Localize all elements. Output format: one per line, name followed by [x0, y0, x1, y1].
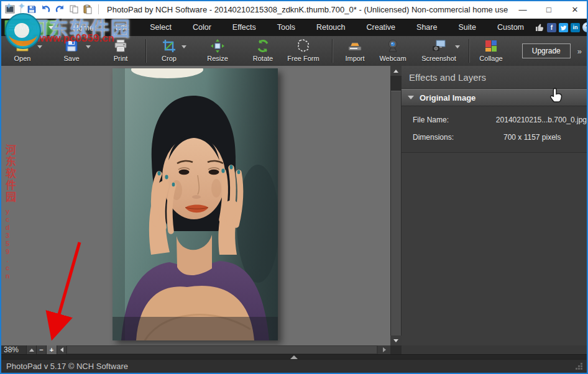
photo-image[interactable] [113, 68, 278, 340]
free-form-icon [296, 39, 311, 53]
canvas-area[interactable] [1, 66, 390, 345]
triangle-up-icon [29, 349, 34, 352]
maximize-button[interactable]: □ [536, 0, 562, 19]
tab-custom[interactable]: Custom [487, 19, 535, 36]
zoom-preset-button[interactable] [26, 345, 36, 354]
toolbar-overflow-button[interactable]: » [571, 47, 587, 56]
webcam-icon [385, 39, 400, 53]
resize-button[interactable]: Resize [188, 36, 247, 66]
file-name-label: File Name: [413, 116, 496, 124]
webcam-button[interactable]: Webcam [373, 36, 413, 66]
rotate-label: Rotate [253, 55, 273, 62]
tab-color[interactable]: Color [182, 19, 222, 36]
horizontal-scrollbar-thumb[interactable] [67, 346, 377, 353]
close-button[interactable]: ✕ [562, 0, 588, 19]
import-button[interactable]: Import [337, 36, 373, 66]
tab-select[interactable]: Select [139, 19, 182, 36]
dimensions-value: 700 x 1157 pixels [503, 133, 561, 142]
dimensions-row: Dimensions: 700 x 1157 pixels [402, 129, 587, 146]
import-icon [347, 39, 362, 53]
panel-bottom-strip [402, 345, 587, 354]
collapse-triangle-icon[interactable] [408, 96, 414, 99]
photopad-window: PhotoPad by NCH Software - 2014021021530… [0, 0, 588, 374]
window-controls: — □ ✕ [510, 0, 588, 19]
vertical-scrollbar-thumb[interactable] [391, 91, 401, 336]
facebook-icon[interactable]: f [547, 23, 556, 32]
zoom-level[interactable]: 38% [4, 345, 19, 354]
file-name-value: 20140210215...b.700_0.jpg [496, 116, 587, 124]
zoom-out-button[interactable]: − [36, 345, 46, 354]
scroll-up-button[interactable] [390, 66, 402, 76]
chevron-down-icon[interactable] [86, 45, 91, 48]
upgrade-button[interactable]: Upgrade [522, 43, 571, 58]
print-label: Print [114, 55, 128, 62]
file-name-row: File Name: 20140210215...b.700_0.jpg [402, 111, 587, 129]
twitter-icon[interactable] [559, 23, 568, 32]
collage-icon [484, 39, 498, 53]
watermark-stars: ✦✦ [5, 1, 30, 12]
triangle-up-icon [393, 70, 398, 73]
scroll-right-button[interactable] [378, 345, 390, 354]
collage-button[interactable]: Collage [474, 36, 508, 66]
scrollbar-corner [390, 345, 402, 354]
social-icons: f in ? [535, 22, 588, 32]
free-form-label: Free Form [287, 55, 319, 62]
toolbar-separator [332, 39, 333, 63]
chevron-down-icon[interactable] [181, 45, 186, 48]
scroll-down-button[interactable] [390, 335, 402, 345]
triangle-down-icon [393, 339, 398, 342]
tab-effects[interactable]: Effects [222, 19, 267, 36]
rotate-button[interactable]: Rotate [247, 36, 278, 66]
import-label: Import [345, 55, 364, 62]
tab-creative[interactable]: Creative [356, 19, 407, 36]
watermark-site-url: www.pc0359.cn [36, 32, 114, 45]
effects-layers-panel: Effects and Layers Original Image File N… [402, 66, 587, 345]
toolbar-separator [469, 39, 470, 63]
open-label: Open [14, 55, 31, 62]
toolbar-separator [145, 39, 147, 63]
status-bar: PhotoPad v 5.17 © NCH Software [1, 359, 587, 373]
help-icon[interactable]: ? [582, 22, 588, 32]
tab-retouch[interactable]: Retouch [306, 19, 356, 36]
screenshot-icon [431, 39, 446, 53]
watermark-vertical-url: ycd359.cn [4, 208, 11, 280]
rotate-icon [255, 39, 270, 53]
collage-label: Collage [479, 55, 502, 62]
linkedin-icon[interactable]: in [571, 23, 580, 32]
webcam-label: Webcam [379, 55, 406, 62]
save-label: Save [63, 55, 79, 62]
tab-share[interactable]: Share [406, 19, 448, 36]
screenshot-label: Screenshot [421, 55, 456, 62]
tab-tools[interactable]: Tools [267, 19, 306, 36]
triangle-left-icon [60, 347, 63, 352]
zoom-scroll-bar: 38% − + [1, 345, 390, 354]
original-image-section-header[interactable]: Original Image [402, 89, 587, 106]
status-text: PhotoPad v 5.17 © NCH Software [6, 362, 128, 371]
vertical-scrollbar[interactable] [390, 66, 402, 345]
hand-cursor-icon [548, 87, 564, 106]
zoom-in-button[interactable]: + [46, 345, 57, 354]
image-info: File Name: 20140210215...b.700_0.jpg Dim… [402, 106, 587, 152]
screenshot-button[interactable]: Screenshot [413, 36, 465, 66]
panel-empty-area [402, 152, 587, 339]
tab-suite[interactable]: Suite [448, 19, 487, 36]
chevron-down-icon[interactable] [455, 45, 460, 48]
thumbs-up-icon[interactable] [535, 22, 544, 32]
panel-title: Effects and Layers [402, 66, 587, 89]
watermark-logo [4, 12, 42, 50]
crop-button[interactable]: Crop [150, 36, 188, 66]
dimensions-label: Dimensions: [413, 133, 503, 142]
horizontal-scrollbar[interactable] [66, 345, 390, 354]
crop-label: Crop [162, 55, 177, 62]
resize-label: Resize [207, 55, 228, 62]
section-title: Original Image [420, 93, 475, 103]
free-form-button[interactable]: Free Form [278, 36, 328, 66]
resize-icon [210, 39, 225, 53]
crop-icon [162, 39, 177, 53]
minimize-button[interactable]: — [510, 0, 536, 19]
watermark-vertical-text: 河东软件园 [2, 144, 17, 203]
ribbon-tabs: Home Edit Select Color Effects Tools Ret… [62, 19, 535, 36]
window-title: PhotoPad by NCH Software - 2014021021530… [107, 5, 510, 14]
scroll-left-button[interactable] [57, 345, 67, 354]
resize-grip[interactable] [575, 362, 583, 370]
